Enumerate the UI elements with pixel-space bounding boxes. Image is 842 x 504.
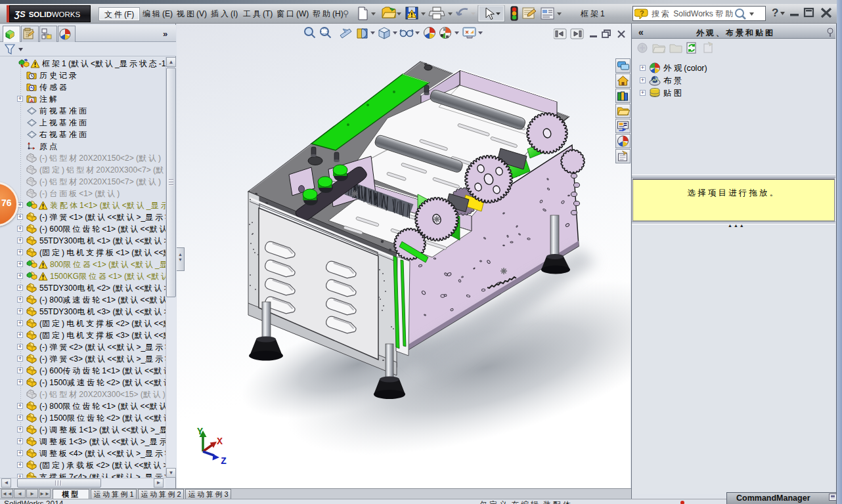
- svg-text:Z: Z: [221, 456, 227, 467]
- svg-text:?: ?: [640, 9, 644, 17]
- svg-text:X: X: [217, 436, 223, 448]
- svg-text:Y: Y: [197, 427, 203, 438]
- svg-text:?: ?: [772, 7, 778, 19]
- svg-text:A: A: [30, 98, 34, 104]
